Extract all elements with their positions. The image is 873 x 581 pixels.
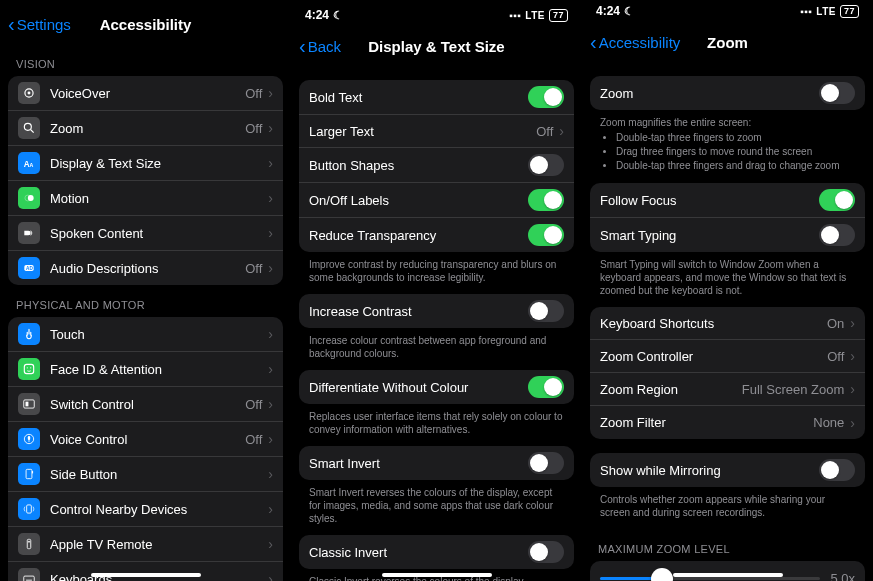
group-contrast: Increase Contrast [299,294,574,328]
nav-header: ‹ Settings Accessibility [0,4,291,44]
row-voice-control[interactable]: Voice Control Off › [8,422,283,457]
row-touch[interactable]: Touch › [8,317,283,352]
row-reduce-transparency: Reduce Transparency [299,218,574,252]
chevron-right-icon: › [268,361,273,377]
row-value: Off [245,121,262,136]
chevron-right-icon: › [559,123,564,139]
row-zoom-controller[interactable]: Zoom Controller Off › [590,340,865,373]
footer-reduce-transparency: Improve contrast by reducing transparenc… [299,252,574,294]
switch-control-icon [18,393,40,415]
row-nearby-devices[interactable]: Control Nearby Devices › [8,492,283,527]
group-zoom-toggle: Zoom [590,76,865,110]
row-keyboards[interactable]: Keyboards › [8,562,283,581]
group-differentiate: Differentiate Without Colour [299,370,574,404]
chevron-right-icon: › [268,85,273,101]
row-follow-focus: Follow Focus [590,183,865,218]
toggle-follow-focus[interactable] [819,189,855,211]
row-label: Differentiate Without Colour [309,380,528,395]
chevron-right-icon: › [268,536,273,552]
chevron-right-icon: › [268,501,273,517]
svg-point-11 [27,367,28,368]
slider-max-zoom[interactable] [600,577,820,580]
toggle-show-mirroring[interactable] [819,459,855,481]
back-button[interactable]: ‹ Back [299,36,341,56]
row-switch-control[interactable]: Switch Control Off › [8,387,283,422]
home-indicator[interactable] [673,573,783,577]
row-value: Full Screen Zoom [742,382,845,397]
row-button-shapes: Button Shapes [299,148,574,183]
footer-differentiate: Replaces user interface items that rely … [299,404,574,446]
row-voiceover[interactable]: VoiceOver Off › [8,76,283,111]
network-label: LTE [525,10,545,21]
chevron-right-icon: › [268,396,273,412]
chevron-right-icon: › [268,260,273,276]
toggle-zoom[interactable] [819,82,855,104]
chevron-right-icon: › [268,155,273,171]
keyboards-icon [18,568,40,581]
row-larger-text[interactable]: Larger Text Off › [299,115,574,148]
touch-icon [18,323,40,345]
screen-zoom: 4:24 ☾ ▪▪▪ LTE 77 ‹ Accessibility Zoom Z… [582,0,873,581]
row-label: Motion [50,191,266,206]
footer-zoom: Zoom magnifies the entire screen: Double… [590,110,865,183]
side-button-icon [18,463,40,485]
chevron-right-icon: › [268,120,273,136]
svg-rect-14 [26,402,29,407]
row-label: Zoom Controller [600,349,827,364]
toggle-smart-invert[interactable] [528,452,564,474]
row-label: Audio Descriptions [50,261,245,276]
row-value: Off [245,432,262,447]
back-label: Settings [17,16,71,33]
toggle-differentiate[interactable] [528,376,564,398]
footer-smart-typing: Smart Typing will switch to Window Zoom … [590,252,865,307]
row-value: None [813,415,844,430]
status-bar: 4:24 ☾ ▪▪▪ LTE 77 [582,0,873,22]
nav-header: ‹ Accessibility Zoom [582,22,873,62]
toggle-increase-contrast[interactable] [528,300,564,322]
svg-rect-19 [32,471,33,473]
row-side-button[interactable]: Side Button › [8,457,283,492]
row-faceid[interactable]: Face ID & Attention › [8,352,283,387]
footer-smart-invert: Smart Invert reverses the colours of the… [299,480,574,535]
row-spoken-content[interactable]: Spoken Content › [8,216,283,251]
home-indicator[interactable] [382,573,492,577]
group-physical: Touch › Face ID & Attention › Switch Con… [8,317,283,581]
toggle-bold-text[interactable] [528,86,564,108]
nav-header: ‹ Back Display & Text Size [291,26,582,66]
row-zoom[interactable]: Zoom Off › [8,111,283,146]
toggle-onoff-labels[interactable] [528,189,564,211]
svg-rect-10 [24,364,33,373]
toggle-classic-invert[interactable] [528,541,564,563]
text-size-icon: AA [18,152,40,174]
battery-icon: 77 [549,9,568,22]
chevron-right-icon: › [268,225,273,241]
home-indicator[interactable] [91,573,201,577]
signal-bars-icon: ▪▪▪ [509,10,521,21]
row-smart-typing: Smart Typing [590,218,865,252]
row-label: Switch Control [50,397,245,412]
row-label: Show while Mirroring [600,463,819,478]
toggle-smart-typing[interactable] [819,224,855,246]
back-button[interactable]: ‹ Accessibility [590,32,680,52]
chevron-right-icon: › [268,190,273,206]
row-motion[interactable]: Motion › [8,181,283,216]
chevron-right-icon: › [268,431,273,447]
chevron-right-icon: › [268,466,273,482]
row-zoom: Zoom [590,76,865,110]
toggle-reduce-transparency[interactable] [528,224,564,246]
row-appletv-remote[interactable]: Apple TV Remote › [8,527,283,562]
group-focus: Follow Focus Smart Typing [590,183,865,252]
row-audio-descriptions[interactable]: AD Audio Descriptions Off › [8,251,283,285]
row-zoom-region[interactable]: Zoom Region Full Screen Zoom › [590,373,865,406]
row-label: Classic Invert [309,545,528,560]
chevron-right-icon: › [850,348,855,364]
row-display-text-size[interactable]: AA Display & Text Size › [8,146,283,181]
row-zoom-filter[interactable]: Zoom Filter None › [590,406,865,439]
row-label: Touch [50,327,266,342]
battery-icon: 77 [840,5,859,18]
toggle-button-shapes[interactable] [528,154,564,176]
row-keyboard-shortcuts[interactable]: Keyboard Shortcuts On › [590,307,865,340]
back-button[interactable]: ‹ Settings [8,14,71,34]
chevron-right-icon: › [850,415,855,431]
row-label: Keyboard Shortcuts [600,316,827,331]
